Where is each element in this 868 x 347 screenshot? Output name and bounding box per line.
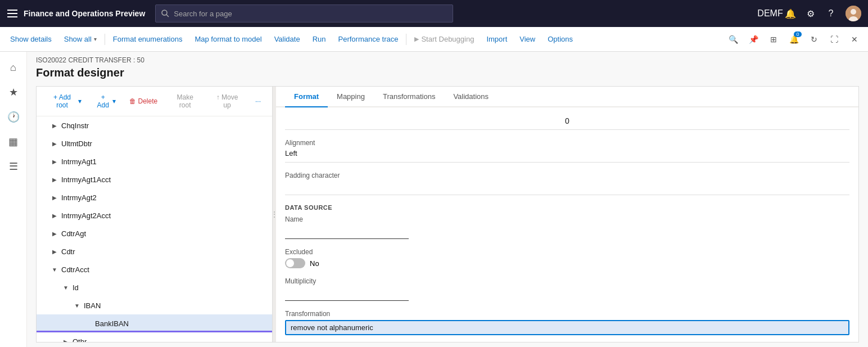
add-root-button[interactable]: + Add root ▾ [43, 91, 86, 111]
excluded-toggle-row: No [285, 258, 849, 268]
run-button[interactable]: Run [307, 30, 332, 48]
tree-item-intrmy-agt1-acct-label: IntrmyAgt1Acct [61, 175, 111, 184]
content-area: ISO20022 CREDIT TRANSFER : 50 Format des… [27, 52, 868, 347]
pin-cmd-icon[interactable]: 📌 [744, 30, 762, 48]
validate-button[interactable]: Validate [269, 30, 306, 48]
tree-item-chq-instr[interactable]: ▶ ChqInstr [37, 116, 272, 134]
alignment-value[interactable]: Left [285, 149, 849, 163]
delete-button[interactable]: 🗑 Delete [125, 95, 162, 107]
tree-item-id-label: Id [73, 283, 79, 292]
settings-icon[interactable]: ⚙ [805, 8, 816, 19]
sidebar-item-list[interactable]: ☰ [2, 155, 25, 178]
tree-item-bank-iban-label: BankIBAN [95, 319, 129, 328]
expand-chq-instr-icon: ▶ [50, 121, 59, 130]
tree-toolbar: + Add root ▾ + Add ▾ 🗑 Delete Make root [37, 87, 272, 116]
tree-item-cdtr[interactable]: ▶ Cdtr [37, 242, 272, 260]
search-bar[interactable]: Search for a page [155, 4, 453, 22]
alignment-row: Alignment Left [285, 139, 849, 163]
tab-format[interactable]: Format [285, 87, 328, 107]
view-button[interactable]: View [514, 30, 541, 48]
fullscreen-cmd-icon[interactable]: ⛶ [825, 30, 843, 48]
tree-item-intrmy-agt2-acct[interactable]: ▶ IntrmyAgt2Acct [37, 206, 272, 224]
move-up-button[interactable]: ↑ Move up [208, 91, 246, 111]
tree-item-othr-label: Othr [73, 337, 87, 343]
padding-char-value [285, 182, 849, 195]
tree-item-intrmy-agt1-label: IntrmyAgt1 [61, 157, 97, 166]
properties-content: 0 Alignment Left Padding character DATA … [276, 107, 858, 342]
tree-item-iban-label: IBAN [84, 301, 101, 310]
page-header: ISO20022 CREDIT TRANSFER : 50 Format des… [27, 52, 868, 82]
tree-item-iban[interactable]: ▼ IBAN [37, 296, 272, 314]
add-button[interactable]: + Add ▾ [91, 91, 120, 111]
notification-icon[interactable]: 🔔 [785, 8, 796, 19]
expand-intrmy-agt1-acct-icon: ▶ [50, 175, 59, 184]
sidebar-item-recent[interactable]: 🕐 [2, 106, 25, 128]
add-chevron: ▾ [112, 97, 116, 105]
svg-rect-1 [7, 13, 17, 14]
start-debugging-button[interactable]: ▶ Start Debugging [409, 30, 480, 48]
multiplicity-number-value: 0 [285, 116, 849, 130]
transformation-input[interactable] [285, 320, 849, 335]
expand-ultmt-dbtr-icon: ▶ [50, 139, 59, 148]
tree-content: ▶ ChqInstr ▶ UltmtDbtr ▶ IntrmyAgt1 [37, 116, 272, 342]
format-enumerations-button[interactable]: Format enumerations [107, 30, 188, 48]
expand-id-icon: ▼ [61, 283, 70, 292]
multiplicity-input[interactable] [285, 287, 409, 301]
excluded-toggle[interactable] [285, 258, 305, 268]
map-format-to-model-button[interactable]: Map format to model [189, 30, 267, 48]
name-value[interactable] [285, 226, 409, 239]
tree-item-othr[interactable]: ▶ Othr [37, 332, 272, 342]
refresh-cmd-icon[interactable]: ↻ [805, 30, 823, 48]
tree-item-ultmt-dbtr[interactable]: ▶ UltmtDbtr [37, 134, 272, 152]
expand-intrmy-agt2-icon: ▶ [50, 193, 59, 202]
tree-item-intrmy-agt2-label: IntrmyAgt2 [61, 193, 97, 202]
username-label: DEMF [765, 8, 776, 19]
import-button[interactable]: Import [481, 30, 513, 48]
show-all-chevron: ▾ [94, 36, 97, 42]
svg-point-3 [162, 10, 167, 15]
app-title: Finance and Operations Preview [24, 9, 145, 18]
sidebar-item-grid[interactable]: ▦ [2, 130, 25, 153]
badge-cmd-icon[interactable]: 🔔 0 [785, 30, 803, 48]
top-nav-bar: Finance and Operations Preview Search fo… [0, 0, 868, 27]
multiplicity-label: Multiplicity [285, 277, 849, 285]
tab-validations[interactable]: Validations [444, 87, 498, 107]
search-placeholder: Search for a page [174, 10, 232, 18]
transformation-label: Transformation [285, 310, 849, 318]
more-button[interactable]: ··· [251, 95, 265, 107]
properties-panel: Format Mapping Transformations Validatio… [276, 87, 858, 342]
name-row: Name [285, 215, 849, 239]
tree-item-intrmy-agt2[interactable]: ▶ IntrmyAgt2 [37, 188, 272, 206]
tree-item-intrmy-agt1-acct[interactable]: ▶ IntrmyAgt1Acct [37, 170, 272, 188]
sidebar-item-favorites[interactable]: ★ [2, 81, 25, 103]
tree-item-cdtr-acct[interactable]: ▼ CdtrAcct [37, 260, 272, 278]
command-bar: Show details Show all ▾ Format enumerati… [0, 27, 868, 52]
show-details-button[interactable]: Show details [4, 30, 57, 48]
transformation-row: Transformation [285, 310, 849, 335]
hamburger-menu-icon[interactable] [7, 8, 18, 19]
tree-item-cdtr-agt[interactable]: ▶ CdtrAgt [37, 224, 272, 242]
separator-1 [105, 34, 105, 45]
excluded-label: Excluded [285, 248, 849, 256]
avatar[interactable] [846, 6, 861, 21]
help-icon[interactable]: ? [825, 8, 837, 19]
tree-item-bank-iban[interactable]: BankIBAN [37, 314, 272, 332]
make-root-button[interactable]: Make root [166, 91, 204, 111]
expand-cmd-icon[interactable]: ⊞ [765, 30, 783, 48]
tab-transformations[interactable]: Transformations [374, 87, 444, 107]
sidebar-item-home[interactable]: ⌂ [2, 56, 25, 79]
designer-area: + Add root ▾ + Add ▾ 🗑 Delete Make root [36, 86, 859, 343]
search-cmd-icon[interactable]: 🔍 [724, 30, 742, 48]
tree-item-intrmy-agt1[interactable]: ▶ IntrmyAgt1 [37, 152, 272, 170]
tree-item-id[interactable]: ▼ Id [37, 278, 272, 296]
tab-bar: Format Mapping Transformations Validatio… [276, 87, 858, 107]
svg-point-6 [851, 9, 856, 15]
show-all-button[interactable]: Show all ▾ [58, 30, 102, 48]
close-cmd-icon[interactable]: ✕ [846, 30, 864, 48]
sidebar-nav: ⌂ ★ 🕐 ▦ ☰ [0, 52, 27, 347]
tab-mapping[interactable]: Mapping [328, 87, 374, 107]
svg-line-4 [166, 15, 169, 17]
excluded-value: No [310, 259, 319, 268]
options-button[interactable]: Options [542, 30, 578, 48]
performance-trace-button[interactable]: Performance trace [333, 30, 404, 48]
